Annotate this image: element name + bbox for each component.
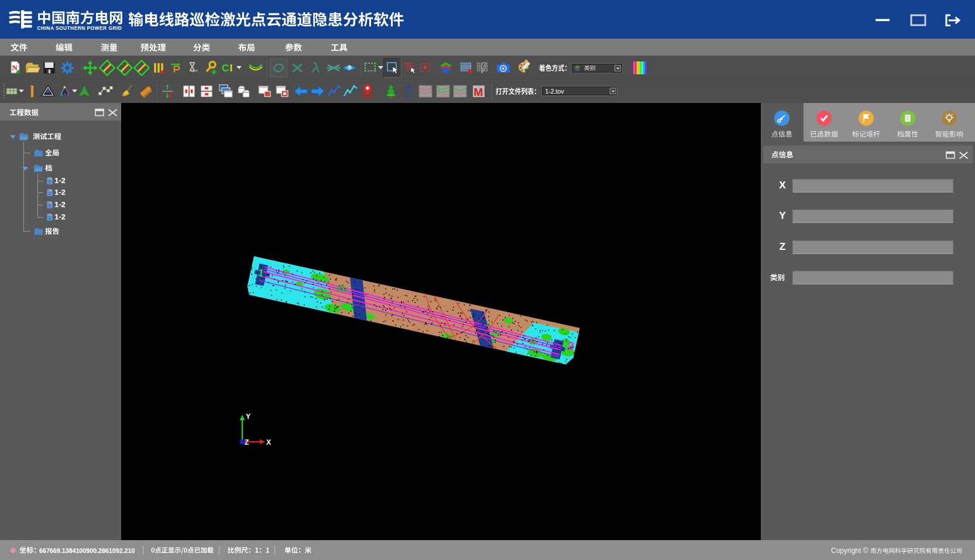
svg-text:I: I [230, 63, 233, 74]
svg-text:X: X [266, 438, 271, 446]
svg-text:Y: Y [246, 413, 250, 421]
svg-text:M: M [474, 86, 483, 98]
svg-text:N: N [12, 63, 18, 72]
svg-text:Z: Z [245, 438, 249, 446]
svg-text:C: C [222, 63, 229, 74]
